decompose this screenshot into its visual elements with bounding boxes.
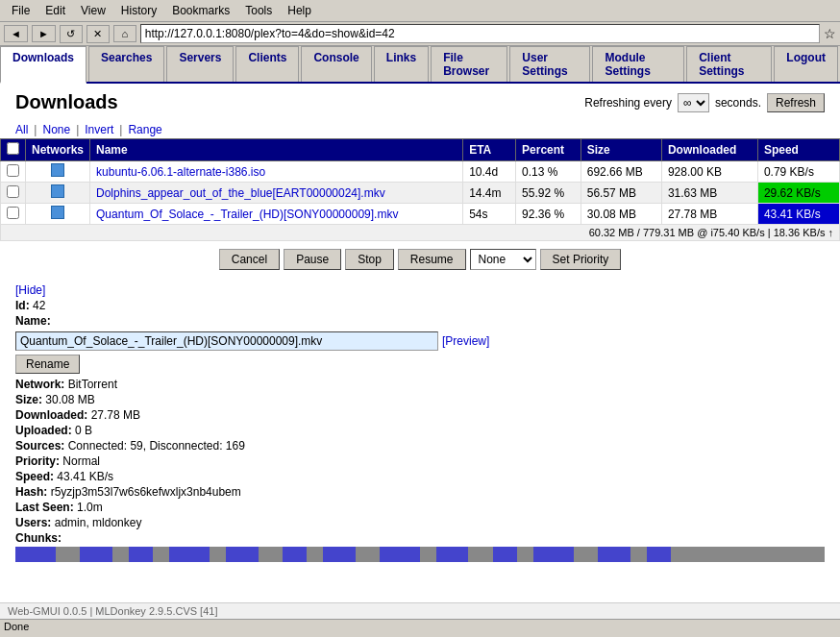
- tab-downloads[interactable]: Downloads: [0, 46, 86, 84]
- network-icon: [51, 184, 64, 198]
- row-checkbox[interactable]: [7, 185, 19, 198]
- id-value: 42: [33, 299, 45, 312]
- stop-button[interactable]: ✕: [86, 25, 110, 43]
- downloads-header: Downloads Refreshing every ∞ seconds. Re…: [0, 84, 840, 121]
- menu-edit[interactable]: Edit: [37, 2, 73, 19]
- footer-info: Web-GMUI 0.0.5 | MLDonkey 2.9.5.CVS [41]: [0, 602, 840, 619]
- select-range-link[interactable]: Range: [128, 123, 161, 136]
- select-all-link[interactable]: All: [15, 123, 28, 136]
- reload-button[interactable]: ↺: [60, 25, 83, 43]
- chunk-segment: [80, 547, 112, 562]
- col-header-size[interactable]: Size: [581, 139, 661, 161]
- row-size: 30.08 MB: [581, 204, 661, 225]
- separator3: |: [119, 123, 122, 136]
- chunk-segment: [153, 547, 169, 562]
- col-header-networks[interactable]: Networks: [26, 139, 90, 161]
- row-checkbox[interactable]: [7, 207, 19, 219]
- menu-help[interactable]: Help: [280, 2, 319, 19]
- name-field-label: Name:: [15, 314, 51, 328]
- chunk-segment: [574, 547, 598, 562]
- users-label: Users:: [15, 516, 51, 529]
- row-name[interactable]: kubuntu-6.06.1-alternate-i386.iso: [90, 161, 463, 183]
- speed-value: 43.41 KB/s: [57, 470, 113, 483]
- row-downloaded: 27.78 MB: [661, 204, 757, 225]
- page-title: Downloads: [15, 91, 118, 113]
- menu-file[interactable]: File: [4, 2, 37, 19]
- select-none-link[interactable]: None: [42, 123, 70, 136]
- cancel-button[interactable]: Cancel: [219, 249, 280, 270]
- pause-button[interactable]: Pause: [284, 249, 341, 270]
- col-header-eta[interactable]: ETA: [463, 139, 516, 161]
- status-bar: Done: [0, 619, 840, 633]
- tab-client-settings[interactable]: Client Settings: [686, 46, 772, 82]
- network-icon: [51, 206, 64, 219]
- name-input[interactable]: [15, 331, 438, 351]
- col-header-downloaded[interactable]: Downloaded: [661, 139, 757, 161]
- row-eta: 54s: [463, 204, 516, 225]
- uploaded-label: Uploaded:: [15, 424, 72, 437]
- menu-history[interactable]: History: [113, 2, 164, 19]
- refresh-button[interactable]: Refresh: [767, 93, 825, 112]
- col-header-name[interactable]: Name: [90, 139, 463, 161]
- chunk-segment: [630, 547, 647, 562]
- stop-button[interactable]: Stop: [345, 249, 394, 270]
- tab-module-settings[interactable]: Module Settings: [592, 46, 684, 82]
- chunk-segment: [468, 547, 492, 562]
- col-header-percent[interactable]: Percent: [516, 139, 581, 161]
- refresh-interval-select[interactable]: ∞: [678, 93, 709, 112]
- chunk-segment: [517, 547, 533, 562]
- chunk-segment: [112, 547, 129, 562]
- set-priority-button[interactable]: Set Priority: [540, 249, 622, 270]
- row-eta: 10.4d: [463, 161, 516, 183]
- tab-servers[interactable]: Servers: [166, 46, 234, 82]
- tab-user-settings[interactable]: User Settings: [509, 46, 590, 82]
- tab-logout[interactable]: Logout: [774, 46, 838, 82]
- priority-select[interactable]: None Low Normal High: [470, 249, 536, 270]
- select-invert-link[interactable]: Invert: [85, 123, 113, 136]
- resume-button[interactable]: Resume: [398, 249, 466, 270]
- chunk-segment: [169, 547, 210, 562]
- col-header-checkbox[interactable]: [1, 139, 26, 161]
- priority-label: Priority:: [15, 454, 60, 468]
- select-all-checkbox[interactable]: [7, 142, 19, 155]
- col-header-speed[interactable]: Speed: [757, 139, 839, 161]
- chunks-bar: [15, 547, 825, 562]
- tab-links[interactable]: Links: [374, 46, 429, 82]
- row-name[interactable]: Dolphins_appear_out_of_the_blue[EART0000…: [90, 183, 463, 204]
- tab-clients[interactable]: Clients: [235, 46, 299, 82]
- row-name[interactable]: Quantum_Of_Solace_-_Trailer_(HD)[SONY000…: [90, 204, 463, 225]
- preview-link[interactable]: [Preview]: [442, 334, 489, 348]
- last-seen-value: 1.0m: [77, 501, 103, 514]
- bookmark-star-icon[interactable]: ☆: [824, 26, 836, 41]
- chunk-segment: [436, 547, 469, 562]
- rename-button[interactable]: Rename: [15, 355, 80, 374]
- forward-button[interactable]: ►: [32, 25, 56, 42]
- hide-link[interactable]: [Hide]: [15, 283, 45, 297]
- tab-console[interactable]: Console: [301, 46, 371, 82]
- chunk-segment: [210, 547, 226, 562]
- row-network-cell: [26, 204, 90, 225]
- back-button[interactable]: ◄: [4, 25, 28, 42]
- home-button[interactable]: ⌂: [113, 25, 136, 42]
- row-downloaded: 31.63 MB: [661, 183, 757, 204]
- chunk-segment: [420, 547, 436, 562]
- seconds-label: seconds.: [715, 96, 761, 110]
- menu-view[interactable]: View: [73, 2, 113, 19]
- menu-bookmarks[interactable]: Bookmarks: [164, 2, 237, 19]
- network-value: BitTorrent: [68, 378, 117, 391]
- chunk-segment: [56, 547, 80, 562]
- chunk-segment: [129, 547, 153, 562]
- row-eta: 14.4m: [463, 183, 516, 204]
- row-network-cell: [26, 183, 90, 204]
- row-speed: 29.62 KB/s: [757, 183, 839, 204]
- menu-tools[interactable]: Tools: [237, 2, 280, 19]
- nav-tabs: Downloads Searches Servers Clients Conso…: [0, 46, 840, 84]
- tab-file-browser[interactable]: File Browser: [431, 46, 507, 82]
- chunk-segment: [533, 547, 574, 562]
- address-input[interactable]: [140, 24, 820, 43]
- chunk-segment: [283, 547, 307, 562]
- chunk-segment: [380, 547, 420, 562]
- size-value: 30.08 MB: [45, 393, 94, 406]
- tab-searches[interactable]: Searches: [88, 46, 164, 82]
- row-checkbox[interactable]: [7, 164, 19, 177]
